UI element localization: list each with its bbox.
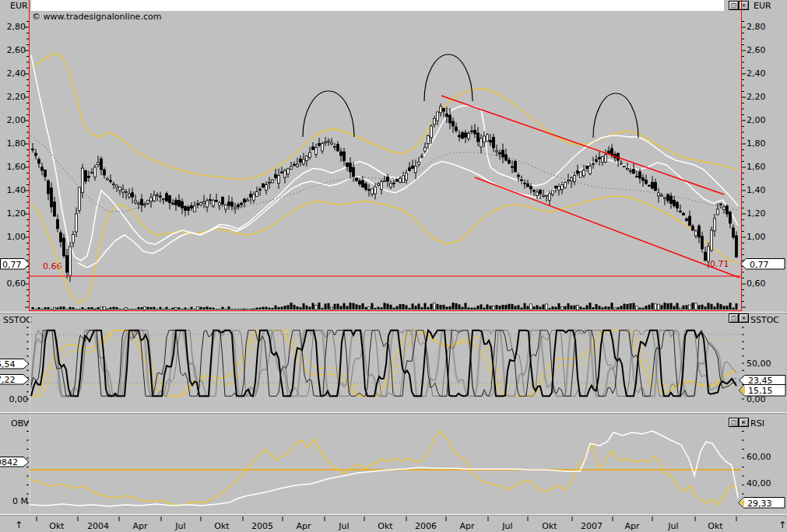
y-axis-label: 2,60 <box>747 45 766 55</box>
time-axis-label: 2006 <box>412 521 440 531</box>
time-axis-label: Okt <box>371 521 399 531</box>
svg-text:0,77: 0,77 <box>2 260 22 270</box>
time-axis-label: Apr <box>618 521 646 531</box>
trading-application-window: EUR ⚐ PIXELPARK AG [PXL1 GER Wöchentlich… <box>0 0 787 532</box>
y-axis-label: 2,80 <box>747 22 766 32</box>
time-axis-label: Okt <box>43 521 71 531</box>
y-axis-label: 2,40 <box>747 68 766 79</box>
y-axis-label: 1,20 <box>747 208 766 219</box>
rsi-axis-label: 40,00 <box>747 478 771 488</box>
sstoc-marker: 15,15 <box>739 384 786 397</box>
price-marker: 0,77 <box>0 258 30 270</box>
y-axis-label: 2,20 <box>0 92 26 102</box>
y-axis-label: 2,80 <box>0 22 26 32</box>
svg-text:6,54: 6,54 <box>0 359 16 369</box>
time-axis-label: Apr <box>453 521 481 531</box>
price-marker: 0,77 <box>740 258 785 270</box>
svg-text:0842: 0842 <box>0 457 18 467</box>
chart-canvas[interactable] <box>0 0 787 532</box>
sstoc-marker: 7,22 <box>0 374 30 385</box>
time-axis-label: Okt <box>701 521 729 531</box>
y-axis-label: 0,60 <box>0 278 26 289</box>
time-axis-label: Apr <box>290 521 318 531</box>
time-axis-label: 2004 <box>84 521 112 531</box>
y-axis-label: 2,60 <box>0 45 26 55</box>
time-axis-label: 2005 <box>248 521 276 531</box>
y-axis-label: 1,00 <box>747 232 766 242</box>
rsi-axis-label: 60,00 <box>747 452 771 462</box>
svg-text:29,33: 29,33 <box>747 498 772 508</box>
y-axis-label: 1,60 <box>0 162 26 172</box>
time-axis-label: Okt <box>536 521 564 531</box>
y-axis-label: 2,40 <box>0 68 26 79</box>
sstoc-marker: 6,54 <box>0 359 30 369</box>
y-axis-label: 2,00 <box>747 115 766 125</box>
y-axis-label: 1,00 <box>0 232 26 242</box>
svg-text:0,77: 0,77 <box>750 260 769 270</box>
y-axis-label: 0,60 <box>747 278 766 289</box>
y-axis-label: 1,60 <box>747 162 766 172</box>
time-axis-label: Jul <box>167 521 195 531</box>
svg-text:7,22: 7,22 <box>0 375 16 385</box>
y-axis-label: 1,40 <box>0 185 26 195</box>
y-axis-label: 1,80 <box>747 138 766 149</box>
y-axis-label: 1,80 <box>0 138 26 149</box>
time-axis-label: Okt <box>208 521 236 531</box>
svg-text:15,15: 15,15 <box>748 386 773 396</box>
rsi-marker: 29,33 <box>738 497 785 509</box>
time-axis-label: Jul <box>659 521 687 531</box>
obv-marker: 0842 <box>0 457 30 467</box>
time-axis-label: Apr <box>126 521 154 531</box>
time-axis-label: 2007 <box>578 521 606 531</box>
time-axis-label: Jul <box>494 521 522 531</box>
y-axis-label: 2,20 <box>747 92 766 102</box>
y-axis-label: 1,20 <box>0 208 26 219</box>
y-axis-label: 2,00 <box>0 115 26 125</box>
y-axis-label: 1,40 <box>747 185 766 195</box>
time-axis-label: Jul <box>330 521 358 531</box>
